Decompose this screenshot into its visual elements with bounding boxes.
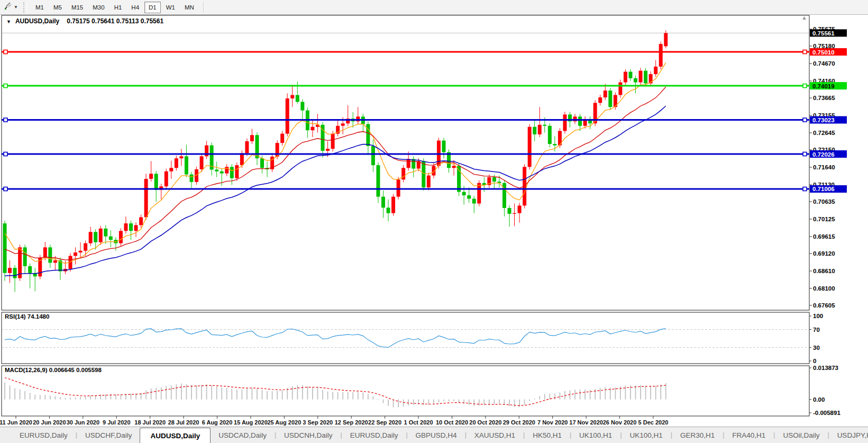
candle-body	[74, 252, 77, 256]
svg-text:0.75010: 0.75010	[812, 49, 835, 56]
candle-body	[618, 83, 622, 95]
chart-tab-fra40-h1[interactable]: FRA40,H1	[724, 427, 773, 443]
candle-body	[634, 78, 637, 83]
candle-body	[407, 159, 410, 168]
macd-current-values: 0.006645 0.005598	[49, 367, 102, 373]
chart-tab-usdcad-daily[interactable]: USDCAD,Daily	[211, 427, 275, 443]
date-axis-label: 15 Aug 2020	[234, 419, 268, 426]
candle-body	[200, 156, 204, 169]
candle-body	[129, 223, 133, 231]
candle-body	[548, 126, 552, 144]
price-axis-label: 0.73665	[813, 95, 835, 101]
candle-body	[376, 165, 380, 197]
date-axis-label: 25 Aug 2020	[267, 419, 301, 426]
mt4-window: ▼ M1M5M15M30H1H4D1W1MN 0.756750.751800.7…	[0, 0, 868, 443]
candle-body	[240, 153, 244, 165]
price-tag-0.72026: 0.72026	[810, 150, 847, 158]
candle-body	[654, 67, 657, 74]
chart-tab-usdjpy-h1[interactable]: USDJPY,H1	[829, 427, 868, 443]
candle-body	[300, 102, 304, 110]
macd-axis-label: -0.005891	[813, 410, 840, 416]
price-axis-label: 0.72645	[813, 130, 835, 136]
line-drag-handle[interactable]	[4, 152, 7, 156]
candle-body	[604, 91, 607, 97]
line-drag-handle[interactable]	[803, 152, 807, 156]
candle-body	[518, 205, 522, 213]
candle-body	[659, 44, 663, 67]
candle-body	[48, 247, 52, 263]
chart-tab-usdcnh-daily[interactable]: USDCNH,Daily	[276, 427, 341, 443]
macd-indicator-label: MACD(12,26,9) 0.006645 0.005598	[5, 367, 102, 373]
price-axis-label: 0.68100	[813, 285, 835, 292]
line-drag-handle[interactable]	[4, 50, 7, 54]
candle-body	[134, 225, 138, 231]
chart-tab-eurusd-daily[interactable]: EURUSD,Daily	[342, 427, 406, 443]
line-drag-handle[interactable]	[803, 84, 807, 88]
candle-body	[119, 231, 123, 243]
candle-body	[175, 158, 178, 168]
line-drag-handle[interactable]	[4, 118, 7, 122]
price-tag-0.74019: 0.74019	[810, 82, 847, 89]
svg-text:0.74019: 0.74019	[812, 83, 835, 89]
line-drag-handle[interactable]	[803, 50, 807, 54]
chart-title: ▼AUDUSD,Daily0.75175 0.75641 0.75113 0.7…	[6, 17, 163, 25]
date-axis-label: 22 Sep 2020	[368, 419, 401, 426]
date-axis-label: 7 Nov 2020	[537, 419, 568, 426]
macd-name: MACD(12,26,9)	[5, 367, 48, 373]
candle-body	[543, 125, 546, 126]
candle-body	[79, 251, 83, 252]
date-axis-label: 5 Dec 2020	[638, 419, 669, 426]
price-axis-label: 0.69120	[813, 250, 835, 257]
chart-tab-eurusd-daily[interactable]: EURUSD,Daily	[12, 427, 76, 443]
chart-tab-uk100-h1[interactable]: UK100,H1	[571, 427, 620, 443]
line-drag-handle[interactable]	[4, 187, 7, 191]
candle-body	[598, 97, 602, 103]
candle-body	[250, 135, 254, 141]
line-drag-handle[interactable]	[803, 118, 807, 122]
chart-tab-usoil-daily[interactable]: USOil,Daily	[775, 427, 827, 443]
chart-tab-xauusd-h1[interactable]: XAUUSD,H1	[467, 427, 523, 443]
candle-body	[189, 175, 193, 182]
price-axis-label: 0.69615	[813, 233, 835, 240]
chart-tab-gbpusd-h4[interactable]: GBPUSD,H4	[408, 427, 465, 443]
rsi-current-value: 74.1480	[28, 313, 50, 320]
candle-body	[371, 146, 375, 165]
candle-body	[331, 134, 335, 149]
chart-tab-usdchf-daily[interactable]: USDCHF,Daily	[77, 427, 140, 443]
candle-body	[326, 149, 330, 151]
candle-body	[412, 159, 415, 168]
price-chart[interactable]: 0.756750.751800.746700.741600.736650.731…	[0, 0, 868, 427]
date-axis-label: 20 Oct 2020	[469, 419, 501, 426]
candle-body	[144, 179, 148, 217]
macd-axis-label: 0.013873	[813, 365, 838, 371]
candle-body	[401, 168, 405, 179]
candle-body	[169, 168, 173, 171]
date-axis-label: 10 Oct 2020	[436, 419, 468, 426]
candle-body	[215, 170, 218, 171]
indicator-panel	[2, 15, 809, 310]
candle-body	[427, 176, 431, 188]
candle-body	[185, 156, 188, 174]
date-axis-label: 28 Jul 2020	[168, 419, 199, 426]
chart-tab-uk100-h1[interactable]: UK100,H1	[622, 427, 671, 443]
candle-body	[230, 167, 234, 178]
rsi-axis-label: 100	[813, 313, 823, 319]
date-axis-label: 26 Nov 2020	[603, 419, 637, 426]
candle-body	[89, 232, 93, 243]
candle-body	[154, 174, 158, 189]
chart-tab-hk50-h1[interactable]: HK50,H1	[525, 427, 570, 443]
chart-collapse-icon[interactable]: ▼	[6, 19, 11, 24]
chart-tab-ger30-h1[interactable]: GER30,H1	[672, 427, 723, 443]
macd-axis-label: 0.00	[813, 396, 825, 403]
chart-ohlc-values: 0.75175 0.75641 0.75113 0.75561	[67, 17, 163, 25]
candle-body	[310, 127, 314, 130]
candle-body	[422, 161, 425, 187]
candle-body	[13, 268, 17, 278]
candle-body	[462, 192, 466, 195]
line-drag-handle[interactable]	[4, 84, 7, 88]
rsi-name: RSI(14)	[5, 313, 26, 320]
chart-tab-audusd-daily[interactable]: AUDUSD,Daily	[140, 428, 211, 443]
line-drag-handle[interactable]	[803, 187, 807, 191]
candle-body	[255, 135, 259, 158]
chart-tab-bar: EURUSD,Daily|USDCHF,DailyAUDUSD,DailyUSD…	[0, 427, 868, 443]
